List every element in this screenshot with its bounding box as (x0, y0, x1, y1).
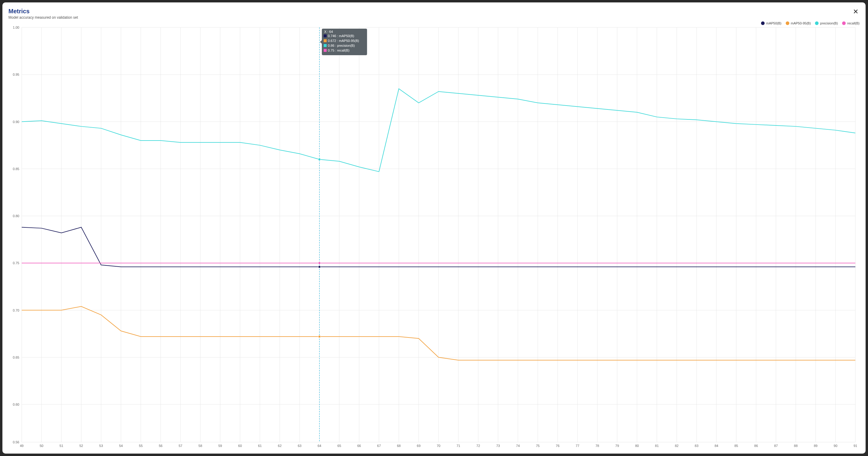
legend-item[interactable]: recall(B) (842, 21, 860, 25)
y-tick-label: 0.85 (13, 167, 19, 171)
x-tick-label: 69 (417, 444, 421, 448)
legend-dot-icon (815, 21, 818, 25)
y-tick-label: 0.65 (13, 355, 19, 359)
x-tick-label: 57 (179, 444, 182, 448)
modal-title: Metrics (8, 8, 78, 15)
x-tick-label: 53 (99, 444, 103, 448)
legend-dot-icon (761, 21, 765, 25)
y-tick-label: 0.60 (13, 403, 19, 406)
x-tick-label: 75 (536, 444, 539, 448)
tooltip-swatch-icon (324, 44, 327, 47)
legend-label: mAP50-95(B) (791, 21, 811, 25)
x-tick-label: 83 (695, 444, 698, 448)
legend-label: recall(B) (847, 21, 860, 25)
x-tick-label: 70 (437, 444, 440, 448)
x-tick-label: 58 (198, 444, 202, 448)
svg-marker-53 (320, 40, 322, 44)
y-tick-label: 0.56 (13, 440, 19, 444)
y-tick-label: 0.75 (13, 261, 19, 265)
y-tick-label: 0.90 (13, 120, 19, 124)
x-tick-label: 59 (218, 444, 222, 448)
x-tick-label: 66 (357, 444, 361, 448)
tooltip-swatch-icon (324, 34, 327, 37)
tooltip-x-label: X : 64 (324, 30, 333, 33)
x-tick-label: 73 (496, 444, 500, 448)
x-tick-label: 60 (238, 444, 242, 448)
x-tick-label: 89 (814, 444, 817, 448)
y-tick-label: 0.80 (13, 214, 19, 218)
legend-item[interactable]: precision(B) (815, 21, 838, 25)
x-tick-label: 64 (318, 444, 321, 448)
hover-dot-icon (318, 266, 321, 268)
tooltip-row-label: 0.746 : mAP50(B) (328, 34, 354, 38)
x-tick-label: 84 (715, 444, 718, 448)
legend-dot-icon (786, 21, 789, 25)
x-tick-label: 90 (834, 444, 837, 448)
x-tick-label: 79 (615, 444, 619, 448)
x-tick-label: 61 (258, 444, 261, 448)
y-tick-label: 0.70 (13, 309, 19, 312)
tooltip-row-label: 0.75 : recall(B) (328, 49, 350, 52)
tooltip-swatch-icon (324, 49, 327, 52)
tooltip-row-label: 0.672 : mAP50-95(B) (328, 39, 359, 42)
x-tick-label: 65 (338, 444, 341, 448)
metrics-modal: Metrics Model accuracy measured on valid… (2, 2, 866, 454)
x-tick-label: 88 (794, 444, 798, 448)
x-tick-label: 49 (20, 444, 24, 448)
legend-dot-icon (842, 21, 846, 25)
chart-tooltip: X : 640.746 : mAP50(B)0.672 : mAP50-95(B… (320, 29, 367, 55)
legend-item[interactable]: mAP50-95(B) (786, 21, 811, 25)
metrics-chart[interactable]: 0.560.600.650.700.750.800.850.900.951.00… (8, 26, 860, 449)
hover-dot-icon (318, 158, 321, 161)
x-tick-label: 72 (476, 444, 480, 448)
x-tick-label: 74 (516, 444, 520, 448)
x-tick-label: 85 (735, 444, 738, 448)
legend-item[interactable]: mAP50(B) (761, 21, 781, 25)
x-tick-label: 52 (79, 444, 83, 448)
x-tick-label: 91 (854, 444, 857, 448)
tooltip-swatch-icon (324, 39, 327, 42)
x-tick-label: 80 (635, 444, 639, 448)
modal-subtitle: Model accuracy measured on validation se… (8, 16, 78, 20)
y-tick-label: 1.00 (13, 26, 19, 29)
x-tick-label: 54 (119, 444, 123, 448)
x-tick-label: 77 (576, 444, 579, 448)
x-tick-label: 56 (159, 444, 162, 448)
x-tick-label: 87 (774, 444, 778, 448)
legend-label: precision(B) (820, 21, 838, 25)
x-tick-label: 86 (754, 444, 758, 448)
tooltip-row-label: 0.86 : precision(B) (328, 44, 355, 47)
close-icon[interactable]: ✕ (852, 8, 860, 16)
legend-label: mAP50(B) (766, 21, 781, 25)
x-tick-label: 55 (139, 444, 143, 448)
x-tick-label: 81 (655, 444, 658, 448)
x-tick-label: 68 (397, 444, 401, 448)
x-tick-label: 76 (556, 444, 559, 448)
hover-dot-icon (318, 262, 321, 264)
x-tick-label: 78 (595, 444, 599, 448)
x-tick-label: 63 (298, 444, 301, 448)
chart-legend: mAP50(B)mAP50-95(B)precision(B)recall(B) (8, 21, 860, 25)
x-tick-label: 51 (60, 444, 63, 448)
x-tick-label: 62 (278, 444, 281, 448)
hover-dot-icon (318, 335, 321, 338)
x-tick-label: 67 (377, 444, 381, 448)
y-tick-label: 0.95 (13, 73, 19, 76)
x-tick-label: 82 (675, 444, 678, 448)
x-tick-label: 50 (40, 444, 43, 448)
x-tick-label: 71 (457, 444, 460, 448)
